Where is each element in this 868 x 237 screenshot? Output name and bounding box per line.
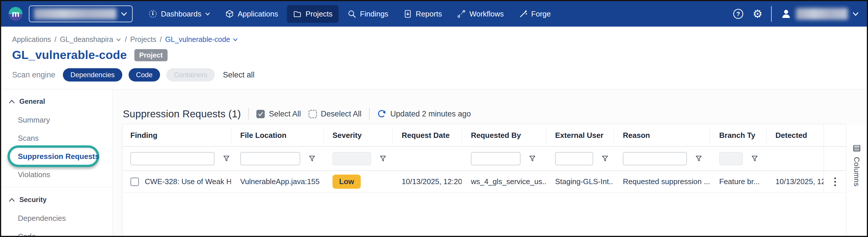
nav-projects[interactable]: Projects <box>287 5 339 23</box>
request-date-filter-cell <box>393 147 462 170</box>
funnel-icon[interactable] <box>308 155 316 162</box>
col-header-severity[interactable]: Severity <box>323 125 393 146</box>
magnifier-icon <box>347 9 356 18</box>
select-all-button[interactable]: Select All <box>256 109 301 119</box>
topbar-divider <box>771 6 772 22</box>
breadcrumb-application-name[interactable]: GL_deanshapira <box>60 35 121 44</box>
mend-logo-icon[interactable]: m <box>9 7 23 21</box>
finding-cell: CWE-328: Use of Weak Hash <box>145 177 231 186</box>
sidebar-item-suppression-requests[interactable]: Suppression Requests <box>1 151 112 162</box>
funnel-icon[interactable] <box>695 155 703 162</box>
chip-containers: Containers <box>166 68 215 81</box>
organization-selector[interactable] <box>29 5 133 22</box>
col-header-branch-type[interactable]: Branch Ty <box>710 125 766 146</box>
dashed-box-icon <box>309 110 317 118</box>
funnel-icon[interactable] <box>601 155 609 162</box>
row-menu-kebab-icon[interactable] <box>832 175 838 188</box>
nav-label: Forge <box>531 9 551 19</box>
nav-dashboards[interactable]: Dashboards <box>143 5 216 23</box>
severity-filter-input[interactable] <box>333 152 371 165</box>
scan-engine-label: Scan engine <box>12 71 55 79</box>
nav-label: Projects <box>305 9 333 19</box>
breadcrumb-label: GL_deanshapira <box>60 35 113 44</box>
workflow-icon <box>457 9 466 18</box>
sidebar-item-code[interactable]: Code <box>1 231 112 237</box>
top-navigation-bar: m Dashboards Applications Projects Findi… <box>1 1 867 27</box>
breadcrumb-separator: / <box>125 35 127 44</box>
chevron-down-icon <box>852 10 859 18</box>
external-user-filter-input[interactable] <box>555 152 593 165</box>
chevron-down-icon <box>121 10 127 17</box>
sidebar-item-violations[interactable]: Violations <box>1 169 112 180</box>
table-toolbar: Suppression Requests (1) Select All Dese… <box>123 89 867 125</box>
refresh-button[interactable]: Updated 2 minutes ago <box>377 109 471 119</box>
funnel-icon[interactable] <box>379 155 387 162</box>
deselect-all-label: Deselect All <box>321 109 362 119</box>
nav-forge[interactable]: Forge <box>513 5 557 23</box>
chip-code[interactable]: Code <box>129 68 160 81</box>
columns-panel-label: Columns <box>852 157 861 186</box>
col-header-actions <box>824 125 846 146</box>
help-button[interactable]: ? <box>733 8 744 20</box>
col-header-request-date[interactable]: Request Date <box>393 125 462 146</box>
table-title: Suppression Requests (1) <box>123 108 241 120</box>
breadcrumb-label: GL_vulnerable-code <box>165 35 230 44</box>
nav-label: Applications <box>238 9 278 19</box>
col-header-external-user[interactable]: External User <box>546 125 614 146</box>
settings-button[interactable]: ⚙ <box>753 8 763 19</box>
select-all-engines-button[interactable]: Select all <box>223 71 255 79</box>
refresh-icon <box>377 109 386 119</box>
col-header-requested-by[interactable]: Requested By <box>462 125 546 146</box>
funnel-icon[interactable] <box>751 155 758 162</box>
reason-cell: Requested suppression ... <box>614 171 710 192</box>
funnel-icon[interactable] <box>223 155 230 162</box>
table-header-row: Finding File Location Severity Request D… <box>123 125 846 147</box>
row-checkbox[interactable] <box>130 178 139 186</box>
user-menu[interactable] <box>780 8 859 20</box>
updated-timestamp: Updated 2 minutes ago <box>391 109 471 119</box>
sidebar-section-general[interactable]: General <box>1 97 112 106</box>
nav-label: Findings <box>360 9 388 19</box>
sidebar-item-dependencies[interactable]: Dependencies <box>1 212 112 224</box>
sidebar-item-scans[interactable]: Scans <box>1 132 112 144</box>
question-circle-icon: ? <box>733 8 744 20</box>
branch-type-filter-input[interactable] <box>719 152 743 165</box>
section-title: Security <box>19 196 47 204</box>
nav-workflows[interactable]: Workflows <box>451 5 510 23</box>
chevron-up-icon <box>9 99 15 103</box>
breadcrumb-applications[interactable]: Applications <box>12 35 51 44</box>
person-icon <box>780 8 792 20</box>
breadcrumb-separator: / <box>55 35 57 44</box>
file-location-filter-input[interactable] <box>240 152 300 165</box>
nav-label: Workflows <box>469 9 504 19</box>
sidebar-section-security[interactable]: Security <box>1 195 112 204</box>
table-row[interactable]: CWE-328: Use of Weak Hash VulnerableApp.… <box>123 171 846 193</box>
chip-dependencies[interactable]: Dependencies <box>63 68 122 81</box>
col-header-reason[interactable]: Reason <box>614 125 710 146</box>
chevron-up-icon <box>9 198 15 202</box>
sidebar-item-summary[interactable]: Summary <box>1 114 112 126</box>
table-region: Finding File Location Severity Request D… <box>123 125 867 236</box>
cube-icon <box>225 9 234 18</box>
columns-panel-toggle[interactable]: Columns <box>846 125 867 236</box>
branch-type-cell: Feature br... <box>710 171 766 192</box>
col-header-finding[interactable]: Finding <box>123 125 231 146</box>
finding-filter-input[interactable] <box>130 152 215 165</box>
nav-findings[interactable]: Findings <box>341 5 394 23</box>
col-header-file-location[interactable]: File Location <box>231 125 323 146</box>
nav-applications[interactable]: Applications <box>219 5 284 23</box>
col-header-detected[interactable]: Detected <box>766 125 824 146</box>
svg-text:?: ? <box>737 10 740 17</box>
breadcrumb-project-name[interactable]: GL_vulnerable-code <box>165 35 238 44</box>
breadcrumb-projects[interactable]: Projects <box>130 35 156 44</box>
requested-by-filter-input[interactable] <box>471 152 521 165</box>
section-title: General <box>19 98 45 105</box>
page-title: GL_vulnerable-code <box>12 48 127 62</box>
gear-icon: ⚙ <box>753 8 763 19</box>
reason-filter-input[interactable] <box>623 152 687 165</box>
nav-label: Reports <box>416 9 442 19</box>
request-date-cell: 10/13/2025, 12:20:2: <box>393 171 462 192</box>
deselect-all-button[interactable]: Deselect All <box>309 109 362 119</box>
nav-reports[interactable]: Reports <box>397 5 448 23</box>
funnel-icon[interactable] <box>529 155 536 162</box>
